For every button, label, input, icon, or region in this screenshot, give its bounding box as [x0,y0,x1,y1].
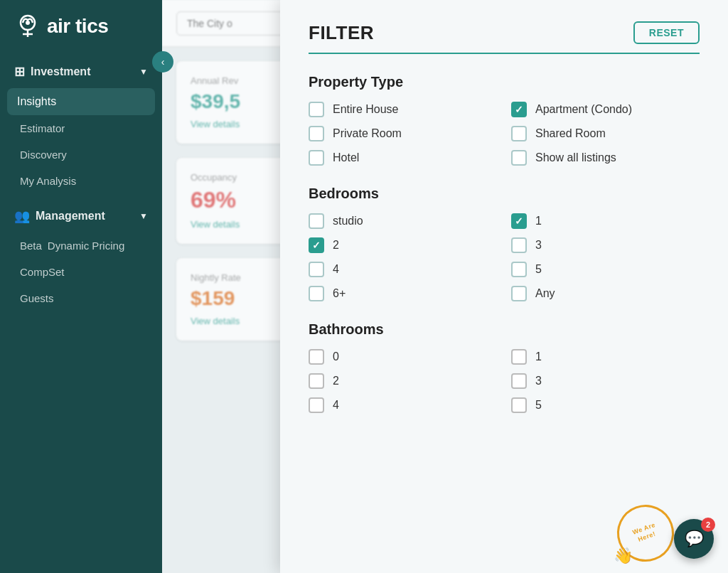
checkbox-4-bed[interactable] [309,262,324,277]
filter-4-bed[interactable]: 4 [309,262,497,277]
filter-3-bed[interactable]: 3 [511,237,700,253]
filter-apartment-condo[interactable]: Apartment (Condo) [511,102,700,117]
checkbox-2-bath[interactable] [309,373,324,389]
investment-section: ⊞ Investment ▼ Insights Estimator Discov… [0,53,162,197]
main-content-area: Annual Rev $39,5 View details Occupancy … [162,0,728,573]
checkbox-apartment-condo[interactable] [511,102,527,117]
filter-any-bed[interactable]: Any [511,286,700,301]
checkbox-5-bed[interactable] [511,262,527,277]
filter-header: FILTER RESET [309,21,700,54]
sidebar-item-my-analysis[interactable]: My Analysis [0,168,162,194]
filter-show-all[interactable]: Show all listings [511,150,700,166]
bathrooms-grid: 0 1 2 3 4 [309,349,700,413]
checkbox-6plus-bed[interactable] [309,286,324,301]
we-are-here-sticker: We AreHere! 👋 [617,505,674,562]
filter-entire-house[interactable]: Entire House [309,102,497,117]
chat-icon: 💬 [685,530,704,548]
checkbox-3-bed[interactable] [511,237,527,253]
bedrooms-section: Bedrooms studio 1 2 3 [309,186,700,301]
bedrooms-grid: studio 1 2 3 4 [309,213,700,301]
reset-button[interactable]: RESET [633,21,700,44]
logo-area: air tics [0,0,162,53]
users-icon: 👥 [14,208,30,224]
filter-5-bed[interactable]: 5 [511,262,700,277]
checkbox-1-bed[interactable] [511,213,527,229]
checkbox-private-room[interactable] [309,126,324,141]
checkbox-2-bed[interactable] [309,237,324,253]
checkbox-hotel[interactable] [309,150,324,166]
sidebar-item-investment[interactable]: ⊞ Investment ▼ [0,55,162,88]
sidebar-item-guests[interactable]: Guests [0,285,162,311]
checkbox-1-bath[interactable] [511,349,527,365]
property-type-grid: Entire House Apartment (Condo) Private R… [309,102,700,166]
checkbox-show-all[interactable] [511,150,527,166]
chat-badge: 2 [701,518,715,532]
checkbox-shared-room[interactable] [511,126,527,141]
chevron-down-icon: ▼ [139,67,148,77]
property-type-section: Property Type Entire House Apartment (Co… [309,74,700,166]
checkbox-studio[interactable] [309,213,324,229]
property-type-title: Property Type [309,74,700,90]
checkbox-4-bath[interactable] [309,397,324,413]
svg-point-1 [26,21,30,25]
filter-2-bed[interactable]: 2 [309,237,497,253]
filter-0-bath[interactable]: 0 [309,349,497,365]
logo-text: air tics [47,15,108,38]
sidebar-item-insights[interactable]: Insights [7,88,155,115]
sidebar-item-compset[interactable]: CompSet [0,259,162,285]
management-section: 👥 Management ▼ Beta Dynamic Pricing Comp… [0,197,162,314]
checkbox-any-bed[interactable] [511,286,527,301]
wave-emoji: 👋 [614,547,633,565]
filter-5-bath[interactable]: 5 [511,397,700,413]
sidebar-item-management[interactable]: 👥 Management ▼ [0,200,162,232]
bedrooms-title: Bedrooms [309,186,700,202]
filter-1-bed[interactable]: 1 [511,213,700,229]
chevron-down-icon-mgmt: ▼ [139,211,148,221]
filter-hotel[interactable]: Hotel [309,150,497,166]
bathrooms-section: Bathrooms 0 1 2 3 [309,321,700,413]
back-button[interactable]: ‹ [152,51,173,73]
sidebar-item-dynamic-pricing[interactable]: Beta Dynamic Pricing [0,232,162,259]
bathrooms-title: Bathrooms [309,321,700,338]
sidebar-item-discovery[interactable]: Discovery [0,141,162,168]
filter-panel: FILTER RESET Property Type Entire House … [280,0,728,573]
sidebar-item-estimator[interactable]: Estimator [0,115,162,141]
logo-icon [14,13,41,40]
chat-bubble-button[interactable]: 💬 2 [674,519,714,559]
filter-6plus-bed[interactable]: 6+ [309,286,497,301]
we-are-here-text: We AreHere! [631,521,659,545]
filter-studio[interactable]: studio [309,213,497,229]
sidebar: air tics ⊞ Investment ▼ Insights Estimat… [0,0,162,573]
filter-1-bath[interactable]: 1 [511,349,700,365]
checkbox-0-bath[interactable] [309,349,324,365]
checkbox-entire-house[interactable] [309,102,324,117]
filter-title: FILTER [309,22,374,44]
checkbox-3-bath[interactable] [511,373,527,389]
checkbox-5-bath[interactable] [511,397,527,413]
filter-private-room[interactable]: Private Room [309,126,497,141]
filter-3-bath[interactable]: 3 [511,373,700,389]
grid-icon: ⊞ [14,64,25,80]
filter-4-bath[interactable]: 4 [309,397,497,413]
filter-2-bath[interactable]: 2 [309,373,497,389]
filter-shared-room[interactable]: Shared Room [511,126,700,141]
